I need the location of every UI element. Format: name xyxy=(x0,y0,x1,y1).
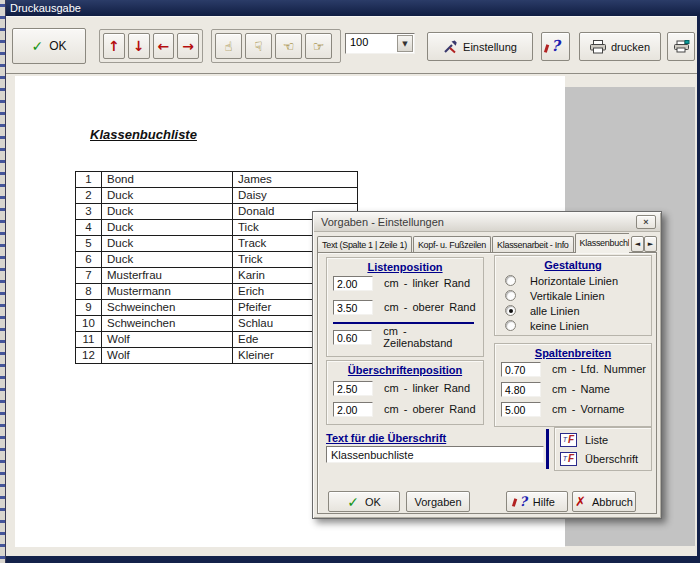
cell-name: Musterfrau xyxy=(102,268,233,284)
field-label: cm - Zeilenabstand xyxy=(383,325,479,349)
printer-setup-icon xyxy=(673,40,690,53)
cell-name: Duck xyxy=(102,188,233,204)
tab-label: Text (Spalte 1 | Zeile 1) xyxy=(322,240,407,250)
drucken-button[interactable]: drucken xyxy=(579,32,661,61)
printer-setup-button[interactable] xyxy=(667,32,695,61)
group-ueberschriftenposition: Überschriftenposition 2.50 cm - linker R… xyxy=(326,360,484,425)
scroll-up-button[interactable]: ↑ xyxy=(103,33,125,59)
radio-label: Vertikale Linien xyxy=(530,290,605,302)
dialog-close-button[interactable]: × xyxy=(636,215,656,229)
down-arrow-icon: ↓ xyxy=(133,38,145,54)
dialog-ok-button[interactable]: ✓ OK xyxy=(328,491,400,512)
hand-up-icon: ☝ xyxy=(225,39,233,54)
tab[interactable]: Klassenbuchliste xyxy=(575,233,629,253)
cell-name: Duck xyxy=(102,220,233,236)
font-icon: T xyxy=(563,455,567,462)
cell-number: 4 xyxy=(76,220,102,236)
radio-button[interactable] xyxy=(505,275,516,286)
tab-scroll-right-button[interactable]: ► xyxy=(644,236,657,252)
table-row: 1 Bond James xyxy=(76,172,358,188)
dropdown-button[interactable]: ▼ xyxy=(397,35,413,52)
field-row: 0.70 cm - Lfd. Nummer xyxy=(501,361,647,377)
field-input[interactable]: 2.50 xyxy=(333,381,373,396)
field-input[interactable]: 2.00 xyxy=(333,402,373,417)
scroll-left-button[interactable]: ← xyxy=(153,33,175,59)
printer-icon xyxy=(590,40,606,54)
zoom-select[interactable]: 100 ▼ xyxy=(345,33,415,54)
vorgaben-button[interactable]: Vorgaben xyxy=(406,491,470,512)
abbruch-button[interactable]: ✗ Abbruch xyxy=(572,491,636,512)
einstellung-button[interactable]: Einstellung xyxy=(427,32,533,61)
field-label: cm - linker Rand xyxy=(384,277,470,289)
radio-option[interactable]: Vertikale Linien xyxy=(505,289,647,302)
font-ueberschrift-button[interactable]: TF xyxy=(560,452,577,466)
field-input[interactable]: 3.50 xyxy=(333,300,373,315)
radio-button[interactable] xyxy=(505,305,516,316)
hilfe-button[interactable]: ? Hilfe xyxy=(506,491,568,512)
field-input[interactable]: 0.70 xyxy=(501,362,541,377)
prev-page-button[interactable]: ☜ xyxy=(275,33,302,59)
help-icon: ? xyxy=(519,495,527,508)
cell-name: Duck xyxy=(102,236,233,252)
background-window-edge xyxy=(0,0,6,563)
tab-scroll-buttons: ◄ ► xyxy=(631,236,657,252)
x-icon: ✗ xyxy=(575,494,586,509)
ok-button[interactable]: ✓ OK xyxy=(12,28,86,64)
radio-option[interactable]: Horizontale Linien xyxy=(505,274,647,287)
heading-text-input[interactable] xyxy=(326,446,544,463)
doc-title: Klassenbuchliste xyxy=(90,127,197,142)
zoom-value: 100 xyxy=(350,36,368,48)
cell-name: Duck xyxy=(102,252,233,268)
window-title-bar: Druckausgabe xyxy=(0,0,700,16)
radio-button[interactable] xyxy=(505,290,516,301)
tab-panel: Listenposition 2.00 cm - linker Rand 3.5… xyxy=(317,252,657,514)
scroll-down-button[interactable]: ↓ xyxy=(128,33,150,59)
radio-option[interactable]: keine Linien xyxy=(505,319,647,332)
group-title: Überschriftenposition xyxy=(327,364,483,376)
ok-button-label: OK xyxy=(49,39,66,53)
field-rows: 2.00 cm - linker Rand 3.50 cm - oberer R… xyxy=(333,275,479,315)
hand-right-icon: ☞ xyxy=(313,39,325,54)
field-input[interactable]: 5.00 xyxy=(501,402,541,417)
tab-scroll-left-button[interactable]: ◄ xyxy=(631,236,644,252)
abbruch-label: Abbruch xyxy=(592,496,633,508)
chevron-down-icon: ▼ xyxy=(402,40,407,48)
tab[interactable]: Text (Spalte 1 | Zeile 1) xyxy=(317,236,412,253)
help-icon: ? xyxy=(551,39,560,54)
radio-option[interactable]: alle Linien xyxy=(505,304,647,317)
cell-number: 12 xyxy=(76,348,102,364)
up-arrow-icon: ↑ xyxy=(108,38,120,54)
field-label: cm - Lfd. Nummer xyxy=(552,363,646,375)
dialog-title-bar: Vorgaben - Einstellungen xyxy=(314,213,660,232)
font-icon: T xyxy=(563,436,567,443)
field-row: 2.00 cm - oberer Rand xyxy=(333,401,479,417)
group-title: Spaltenbreiten xyxy=(495,347,651,359)
cell-number: 6 xyxy=(76,252,102,268)
hand-left-icon: ☜ xyxy=(283,39,295,54)
next-page-button[interactable]: ☞ xyxy=(305,33,332,59)
font-liste-button[interactable]: TF xyxy=(560,433,577,447)
field-input[interactable]: 4.80 xyxy=(501,382,541,397)
field-row: 2.00 cm - linker Rand xyxy=(333,275,479,291)
field-rows: 0.70 cm - Lfd. Nummer 4.80 cm - Name 5.0… xyxy=(501,361,647,417)
field-rows: 0.60 cm - Zeilenabstand xyxy=(333,329,479,345)
window-title: Druckausgabe xyxy=(10,2,81,14)
help-button[interactable]: ? xyxy=(541,32,570,61)
check-icon: ✓ xyxy=(31,38,43,54)
page-bottom-button[interactable]: ☟ xyxy=(245,33,272,59)
radio-button[interactable] xyxy=(505,320,516,331)
group-title: Gestaltung xyxy=(495,259,651,271)
tab-label: Kopf- u. Fußzeilen xyxy=(418,240,486,250)
table-row: 2 Duck Daisy xyxy=(76,188,358,204)
radio-label: keine Linien xyxy=(530,320,589,332)
field-input[interactable]: 0.60 xyxy=(333,330,372,345)
tab[interactable]: Klassenarbeit - Info xyxy=(492,236,574,253)
hand-down-icon: ☟ xyxy=(255,39,263,54)
field-input[interactable]: 2.00 xyxy=(333,276,373,291)
scroll-right-button[interactable]: → xyxy=(177,33,199,59)
einstellung-label: Einstellung xyxy=(463,41,517,53)
close-icon: × xyxy=(643,218,648,227)
page-top-button[interactable]: ☝ xyxy=(215,33,242,59)
tab[interactable]: Kopf- u. Fußzeilen xyxy=(413,236,491,253)
cell-number: 1 xyxy=(76,172,102,188)
